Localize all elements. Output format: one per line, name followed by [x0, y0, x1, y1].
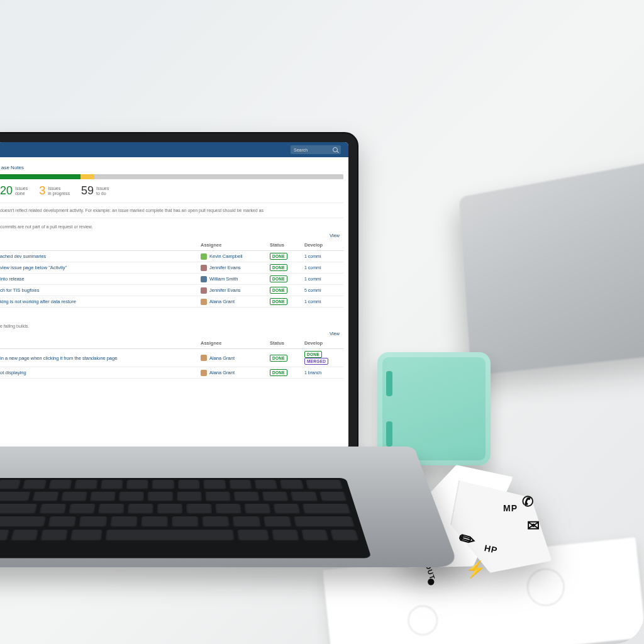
develop-cell[interactable]: DONE MERGED: [302, 349, 343, 367]
assignee-name: Jennifer Evans: [209, 265, 241, 270]
table-row[interactable]: into releaseWilliam SmithDONE1 commi: [0, 274, 343, 285]
status-badge: DONE: [270, 355, 287, 362]
col-assignee: Assignee: [198, 240, 267, 251]
assignee-cell[interactable]: Alana Grant: [201, 355, 265, 361]
status-badge: DONE: [270, 287, 287, 294]
assignee-name: Jennifer Evans: [209, 287, 241, 293]
issue-summary[interactable]: in a new page when clicking it from the …: [0, 349, 198, 367]
assignee-cell[interactable]: Alana Grant: [201, 299, 265, 305]
table-row[interactable]: view issue page below "Activity"Jennifer…: [0, 262, 343, 274]
die-label-mp: MP: [503, 503, 518, 513]
table-row[interactable]: ot displayingAlana GrantDONE1 branch: [0, 367, 343, 379]
avatar: [201, 276, 207, 282]
issues-table-1: Assignee Status Develop ached dev summar…: [0, 240, 343, 308]
assignee-name: William Smith: [209, 276, 238, 282]
avatar: [201, 287, 207, 294]
stat-done: 20 Issuesdone: [0, 184, 28, 197]
table-row[interactable]: in a new page when clicking it from the …: [0, 349, 343, 367]
status-badge: DONE: [270, 298, 287, 305]
assignee-cell[interactable]: Alana Grant: [201, 370, 265, 376]
assignee-cell[interactable]: Jennifer Evans: [201, 287, 265, 294]
person-icon: ●: [426, 572, 436, 590]
col-develop: Develop: [302, 240, 343, 251]
develop-cell[interactable]: 1 branch: [302, 367, 343, 379]
assignee-name: Kevin Campbell: [209, 253, 243, 259]
avatar: [201, 370, 207, 376]
avatar: [201, 253, 207, 260]
develop-cell[interactable]: 1 commi: [302, 274, 343, 285]
search-placeholder: Search: [294, 148, 308, 152]
assignee-cell[interactable]: Jennifer Evans: [201, 265, 265, 271]
laptop-keyboard: [0, 478, 372, 558]
phone-icon: ✆: [522, 494, 533, 510]
assignee-name: Alana Grant: [209, 355, 235, 361]
laptop: Search ase Notes 20 Issuesdone 3 Issuesi…: [0, 132, 358, 459]
develop-cell[interactable]: 1 commi: [302, 262, 343, 274]
status-badge: DONE: [270, 264, 287, 271]
assignee-name: Alana Grant: [209, 299, 235, 304]
assignee-cell[interactable]: Kevin Campbell: [201, 253, 265, 260]
issue-summary[interactable]: view issue page below "Activity": [0, 262, 198, 274]
status-badge: DONE: [270, 369, 287, 376]
failing-builds-note: e failing builds.: [0, 320, 343, 330]
develop-cell[interactable]: 1 commi: [302, 296, 343, 308]
warning-banner: doesn't reflect related development acti…: [0, 203, 343, 218]
app-screen: Search ase Notes 20 Issuesdone 3 Issuesi…: [0, 142, 348, 449]
avatar: [201, 355, 207, 361]
table-row[interactable]: ch for TIS bugfixesJennifer EvansDONE5 c…: [0, 285, 343, 296]
view-link-2[interactable]: View: [0, 330, 343, 338]
mail-icon: ✉: [527, 517, 540, 535]
view-link-1[interactable]: View: [0, 231, 343, 240]
col-status-2: Status: [267, 338, 302, 349]
app-topbar: Search: [0, 142, 348, 157]
issue-summary[interactable]: ch for TIS bugfixes: [0, 285, 198, 296]
develop-cell[interactable]: 5 commi: [302, 285, 343, 296]
release-notes-link[interactable]: ase Notes: [0, 164, 343, 174]
col-status: Status: [267, 240, 302, 251]
assignee-name: Alana Grant: [209, 370, 235, 375]
bolt-icon: ⚡: [465, 560, 486, 579]
col-develop-2: Develop: [302, 338, 343, 349]
search-icon: [333, 147, 338, 152]
develop-cell[interactable]: 1 commi: [302, 251, 343, 262]
progress-bar: [0, 174, 343, 179]
issue-summary[interactable]: ached dev summaries: [0, 251, 198, 262]
issue-summary[interactable]: king is not working after data restore: [0, 296, 198, 308]
issues-table-2: Assignee Status Develop in a new page wh…: [0, 338, 343, 379]
issue-summary[interactable]: into release: [0, 274, 198, 285]
avatar: [201, 265, 207, 271]
issue-summary[interactable]: ot displaying: [0, 367, 198, 379]
table-row[interactable]: king is not working after data restoreAl…: [0, 296, 343, 308]
status-badge: DONE: [270, 253, 287, 260]
status-badge: DONE: [270, 275, 287, 282]
stat-in-progress: 3 Issuesin progress: [39, 184, 70, 197]
col-assignee-2: Assignee: [198, 338, 267, 349]
issue-stats: 20 Issuesdone 3 Issuesin progress 59 Iss…: [0, 184, 343, 203]
table-row[interactable]: ached dev summariesKevin CampbellDONE1 c…: [0, 251, 343, 262]
background-laptop: [459, 161, 644, 375]
avatar: [201, 299, 207, 305]
stat-to-do: 59 Issuesto do: [81, 184, 109, 197]
search-input[interactable]: Search: [291, 145, 341, 154]
commits-note: commits are not part of a pull request o…: [0, 218, 343, 231]
assignee-cell[interactable]: William Smith: [201, 276, 265, 282]
